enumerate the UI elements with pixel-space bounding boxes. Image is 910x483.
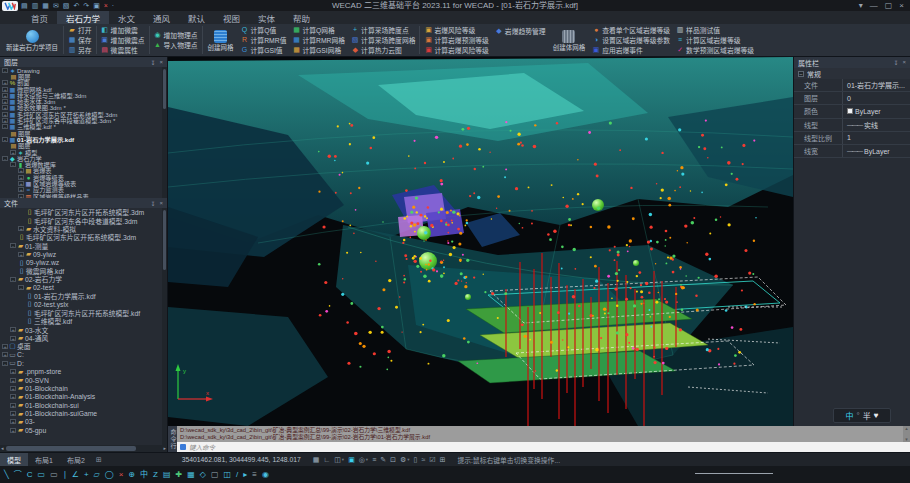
property-row[interactable]: 线型 ——— 实线: [794, 119, 910, 132]
draw-tool-icon[interactable]: ▢: [211, 469, 219, 481]
ribbon-button[interactable]: ▣增加微震点: [98, 35, 148, 45]
ribbon-button[interactable]: ▦保存: [65, 35, 95, 45]
tree-item[interactable]: + ▰ 00-SVN: [0, 376, 167, 384]
tree-item[interactable]: + ▰ 05-gpu: [0, 426, 167, 434]
draw-tool-icon[interactable]: ✚: [176, 469, 183, 481]
view-tab[interactable]: 布局1: [28, 453, 60, 466]
menu-tab[interactable]: 帮助: [284, 11, 319, 24]
tree-item[interactable]: + ▢ 桌面: [0, 342, 167, 350]
ribbon-button[interactable]: ▧计算采场跨度网格: [348, 35, 418, 45]
tree-item[interactable]: + ▰ .pnpm-store: [0, 367, 167, 375]
ribbon-button[interactable]: ◆计算热力云图: [348, 45, 418, 55]
pin-icon[interactable]: ↧: [150, 200, 155, 207]
status-toggle-icon[interactable]: ≈ ▾: [421, 456, 425, 464]
draw-tool-icon[interactable]: ◯: [105, 469, 114, 481]
tree-item[interactable]: ▯ 毛坪矿区河东片区开拓系统模型.kdf: [0, 309, 167, 317]
draw-tool-icon[interactable]: +: [84, 469, 89, 481]
menu-tab[interactable]: 通风: [144, 11, 179, 24]
properties-section-general[interactable]: − 常规: [794, 68, 910, 79]
draw-tool-icon[interactable]: ◫: [224, 469, 232, 481]
menu-tab[interactable]: 水文: [109, 11, 144, 24]
tree-item[interactable]: + ▰ 01-Blockchain-Analysis: [0, 393, 167, 401]
ribbon-button[interactable]: ◑设置区域岩爆等级参数: [589, 35, 673, 45]
draw-tool-icon[interactable]: ∣: [63, 469, 67, 481]
quick-access-button[interactable]: ▤: [21, 1, 28, 11]
ribbon-button[interactable]: ▥另存: [65, 45, 95, 55]
create-volume-mesh-button[interactable]: 创建体网格: [549, 25, 590, 55]
new-rock-mechanics-project-button[interactable]: 新建岩石力学项目: [2, 25, 62, 55]
status-toggle-icon[interactable]: ◫ ▾: [334, 456, 344, 464]
property-row[interactable]: 线宽 ——— ByLayer: [794, 145, 910, 158]
tree-item[interactable]: - ▰ 01-测量: [0, 242, 167, 250]
pin-icon[interactable]: ↧: [150, 59, 155, 66]
command-input[interactable]: 键入命令: [177, 442, 910, 452]
status-toggle-icon[interactable]: ✎ ▾: [380, 456, 386, 464]
quick-access-button[interactable]: ▥: [32, 1, 39, 11]
ribbon-button[interactable]: ▲导入物理点: [151, 40, 201, 50]
status-toggle-icon[interactable]: ⊡ ▾: [390, 456, 396, 464]
draw-tool-icon[interactable]: ▸: [243, 469, 247, 481]
menu-tab[interactable]: 默认: [179, 11, 214, 24]
selection-mode-icon[interactable]: 中: [846, 410, 854, 421]
ribbon-button[interactable]: ▦计算GSI网格: [289, 45, 348, 55]
status-toggle-icon[interactable]: ▯ ▾: [414, 456, 418, 464]
ribbon-button[interactable]: ▦计算RMR网格: [289, 35, 348, 45]
window-control-button[interactable]: —: [870, 1, 878, 10]
draw-tool-icon[interactable]: ⌒: [14, 469, 22, 481]
tree-item[interactable]: + ▰ 01-Blockchain-sui: [0, 401, 167, 409]
files-tree-hscrollbar[interactable]: ◂▸: [0, 445, 167, 452]
view-tab[interactable]: 布局2: [60, 453, 92, 466]
draw-tool-icon[interactable]: ▭: [50, 469, 58, 481]
property-row[interactable]: 图层 ——— 0: [794, 92, 910, 105]
status-toggle-icon[interactable]: ◎ ▾: [359, 456, 368, 464]
ribbon-button[interactable]: ▥样品测试值: [673, 25, 757, 35]
ribbon-button[interactable]: ▣计算岩爆预测等级: [421, 35, 491, 45]
window-control-button[interactable]: ▾: [859, 1, 863, 10]
status-toggle-icon[interactable]: ≡ ▾: [372, 456, 376, 464]
command-history-scrollbar[interactable]: ▴▾: [903, 426, 910, 442]
draw-tool-icon[interactable]: C: [27, 469, 33, 481]
draw-tool-icon[interactable]: ▤: [163, 469, 171, 481]
viewport-3d-scene[interactable]: y x: [168, 57, 793, 426]
draw-tool-icon[interactable]: ◉: [262, 469, 269, 481]
status-toggle-icon[interactable]: ⊞ ▾: [440, 456, 446, 464]
status-toggle-icon[interactable]: ∟ ▾: [323, 456, 330, 464]
status-toggle-icon[interactable]: ▦ ▾: [313, 456, 320, 464]
draw-tool-icon[interactable]: 中: [140, 469, 148, 481]
tree-item[interactable]: + ▰ 01-Blockchain-suiGame: [0, 409, 167, 417]
draw-tool-icon[interactable]: ╲: [4, 469, 9, 481]
status-toggle-icon[interactable]: ⚙ ▾: [400, 456, 410, 464]
pin-icon[interactable]: ↧: [893, 59, 898, 66]
selection-mode-icon[interactable]: 半: [863, 410, 871, 421]
tree-item[interactable]: - ▭ D:: [0, 359, 167, 367]
draw-tool-icon[interactable]: ▱: [94, 469, 100, 481]
tree-item[interactable]: - ▰ 02-岩石力学: [0, 275, 167, 283]
draw-tool-icon[interactable]: ≡: [252, 469, 257, 481]
selection-mode-icon[interactable]: ♥: [874, 411, 879, 420]
tree-item[interactable]: + ▭ C:: [0, 351, 167, 359]
menu-tab[interactable]: 首页: [22, 11, 57, 24]
draw-tool-icon[interactable]: ◇: [200, 469, 206, 481]
add-layout-button[interactable]: ⊞: [92, 456, 106, 464]
property-row[interactable]: 颜色 ——— ByLayer: [794, 105, 910, 118]
selection-mode-icon[interactable]: °: [857, 411, 860, 420]
close-icon[interactable]: ×: [159, 200, 163, 207]
quick-access-button[interactable]: ▣: [93, 1, 100, 11]
close-icon[interactable]: ×: [902, 59, 906, 66]
draw-tool-icon[interactable]: ⊕: [128, 469, 135, 481]
quick-access-button[interactable]: ✉: [53, 1, 59, 11]
ribbon-button[interactable]: ✓数学预测区域岩爆等级: [673, 45, 757, 55]
menu-tab[interactable]: 实体: [249, 11, 284, 24]
status-toggle-icon[interactable]: ☑ ▾: [429, 456, 435, 464]
draw-tool-icon[interactable]: ∠: [72, 469, 79, 481]
quick-access-button[interactable]: ×: [104, 1, 108, 11]
quick-access-button[interactable]: ·: [112, 1, 114, 11]
ribbon-button[interactable]: ▰打开: [65, 25, 95, 35]
tree-item[interactable]: + ▰ 09-ylwz: [0, 250, 167, 258]
window-control-button[interactable]: ▢: [885, 1, 893, 10]
tree-item[interactable]: ▯ 毛坪矿区河东各中段巷道模型.3dm: [0, 216, 167, 224]
window-control-button[interactable]: ×: [899, 1, 904, 10]
ribbon-button[interactable]: Q计算Q值: [238, 25, 290, 35]
quick-access-button[interactable]: ↶: [73, 1, 79, 11]
ribbon-button[interactable]: ≡计算区域岩爆等级: [673, 35, 757, 45]
